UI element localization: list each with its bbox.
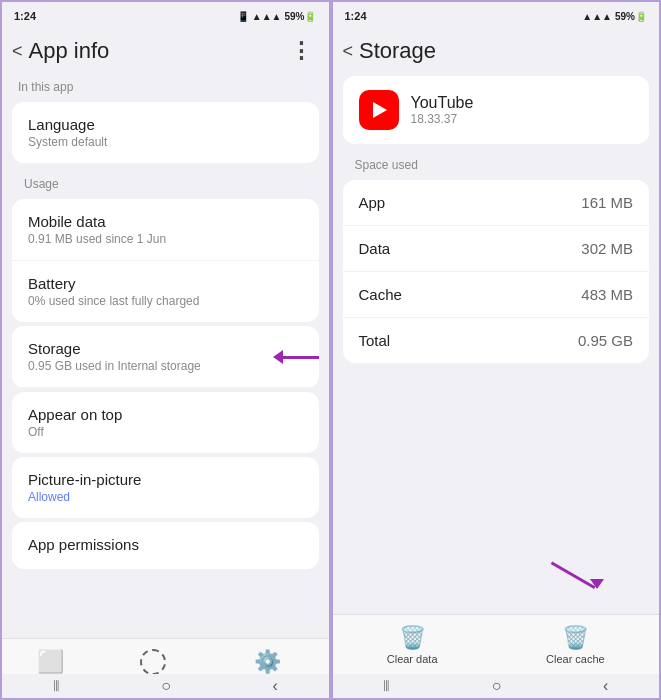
youtube-version: 18.33.37	[411, 112, 474, 126]
cache-space-row: Cache 483 MB	[343, 272, 650, 318]
appear-on-top-title: Appear on top	[28, 406, 303, 423]
clear-cache-button[interactable]: 🗑️ Clear cache	[546, 625, 605, 665]
total-label: Total	[359, 332, 391, 349]
youtube-app-row: YouTube 18.33.37	[343, 76, 650, 144]
clear-buttons-bar: 🗑️ Clear data 🗑️ Clear cache	[333, 614, 660, 674]
usage-card: Mobile data 0.91 MB used since 1 Jun Bat…	[12, 199, 319, 322]
language-subtitle: System default	[28, 135, 303, 149]
left-system-nav: ⦀ ○ ‹	[2, 674, 329, 698]
yt-play-icon	[373, 102, 387, 118]
in-this-app-hint: In this app	[2, 72, 329, 98]
battery-item[interactable]: Battery 0% used since last fully charged	[12, 261, 319, 322]
disable-icon	[140, 649, 166, 675]
usage-label: Usage	[2, 167, 329, 195]
space-table: App 161 MB Data 302 MB Cache 483 MB Tota…	[343, 180, 650, 363]
signal-icon: ▲▲▲	[252, 11, 282, 22]
left-phone-panel: 1:24 📱 ▲▲▲ 59%🔋 < App info ⋮ In this app…	[0, 0, 331, 700]
right-header-title: Storage	[359, 38, 436, 64]
total-space-row: Total 0.95 GB	[343, 318, 650, 363]
storage-title: Storage	[28, 340, 303, 357]
language-item[interactable]: Language System default	[12, 102, 319, 163]
mobile-data-subtitle: 0.91 MB used since 1 Jun	[28, 232, 303, 246]
right-menu-icon[interactable]: ⦀	[383, 677, 390, 695]
clear-data-icon: 🗑️	[399, 625, 426, 651]
left-header-title: App info	[29, 38, 110, 64]
youtube-icon	[359, 90, 399, 130]
pip-card: Picture-in-picture Allowed	[12, 457, 319, 518]
appear-on-top-item[interactable]: Appear on top Off	[12, 392, 319, 453]
storage-card: Storage 0.95 GB used in Internal storage	[12, 326, 319, 388]
appear-on-top-card: Appear on top Off	[12, 392, 319, 453]
right-battery-icon: 59%🔋	[615, 11, 647, 22]
left-panel-content: In this app Language System default Usag…	[2, 72, 329, 698]
youtube-info: YouTube 18.33.37	[411, 94, 474, 126]
clear-cache-label: Clear cache	[546, 653, 605, 665]
home-icon[interactable]: ○	[161, 677, 171, 695]
app-space-row: App 161 MB	[343, 180, 650, 226]
right-system-nav: ⦀ ○ ‹	[333, 674, 660, 698]
battery-subtitle: 0% used since last fully charged	[28, 294, 303, 308]
right-header-left: < Storage	[343, 38, 437, 64]
cache-label: Cache	[359, 286, 402, 303]
whatsapp-icon: 📱	[237, 11, 249, 22]
left-status-time: 1:24	[14, 10, 36, 22]
force-stop-icon: ⚙️	[254, 649, 281, 675]
right-status-icons: ▲▲▲ 59%🔋	[582, 11, 647, 22]
left-status-bar: 1:24 📱 ▲▲▲ 59%🔋	[2, 2, 329, 30]
space-used-label: Space used	[333, 148, 660, 176]
partial-card: App permissions	[12, 522, 319, 569]
right-phone-panel: 1:24 ▲▲▲ 59%🔋 < Storage YouTube 18.33.37…	[331, 0, 662, 700]
youtube-name: YouTube	[411, 94, 474, 112]
app-label: App	[359, 194, 386, 211]
cache-value: 483 MB	[581, 286, 633, 303]
storage-item[interactable]: Storage 0.95 GB used in Internal storage	[12, 326, 319, 388]
right-signal-icon: ▲▲▲	[582, 11, 612, 22]
pip-title: Picture-in-picture	[28, 471, 303, 488]
right-home-icon[interactable]: ○	[492, 677, 502, 695]
open-icon: ⬜	[37, 649, 64, 675]
mobile-data-title: Mobile data	[28, 213, 303, 230]
language-card: Language System default	[12, 102, 319, 163]
right-back-button[interactable]: <	[343, 41, 354, 62]
app-value: 161 MB	[581, 194, 633, 211]
left-app-header: < App info ⋮	[2, 30, 329, 72]
back-gesture-icon[interactable]: ‹	[272, 677, 277, 695]
mobile-data-item[interactable]: Mobile data 0.91 MB used since 1 Jun	[12, 199, 319, 261]
data-space-row: Data 302 MB	[343, 226, 650, 272]
partial-item[interactable]: App permissions	[12, 522, 319, 569]
data-label: Data	[359, 240, 391, 257]
clear-data-label: Clear data	[387, 653, 438, 665]
right-status-bar: 1:24 ▲▲▲ 59%🔋	[333, 2, 660, 30]
language-title: Language	[28, 116, 303, 133]
pip-subtitle: Allowed	[28, 490, 303, 504]
back-button[interactable]: <	[12, 41, 23, 62]
pip-item[interactable]: Picture-in-picture Allowed	[12, 457, 319, 518]
right-status-time: 1:24	[345, 10, 367, 22]
appear-on-top-subtitle: Off	[28, 425, 303, 439]
partial-title: App permissions	[28, 536, 303, 553]
total-value: 0.95 GB	[578, 332, 633, 349]
clear-cache-icon: 🗑️	[562, 625, 589, 651]
right-back-gesture-icon[interactable]: ‹	[603, 677, 608, 695]
clear-data-button[interactable]: 🗑️ Clear data	[387, 625, 438, 665]
right-app-header: < Storage	[333, 30, 660, 72]
storage-subtitle: 0.95 GB used in Internal storage	[28, 359, 303, 373]
header-left-group: < App info	[12, 38, 109, 64]
left-status-icons: 📱 ▲▲▲ 59%🔋	[237, 11, 317, 22]
more-options-button[interactable]: ⋮	[290, 38, 313, 64]
menu-icon[interactable]: ⦀	[53, 677, 60, 695]
right-panel-content: YouTube 18.33.37 Space used App 161 MB D…	[333, 72, 660, 698]
battery-icon: 59%🔋	[284, 11, 316, 22]
battery-title: Battery	[28, 275, 303, 292]
data-value: 302 MB	[581, 240, 633, 257]
